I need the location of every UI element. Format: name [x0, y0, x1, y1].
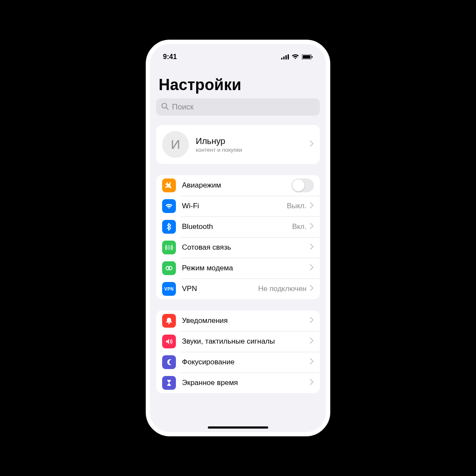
row-label: Авиарежим	[182, 181, 291, 190]
speaker-icon	[162, 335, 176, 348]
svg-point-7	[162, 103, 167, 108]
svg-rect-1	[283, 56, 285, 60]
row-label: Wi-Fi	[182, 202, 287, 210]
chevron-right-icon	[310, 264, 314, 272]
svg-rect-0	[281, 58, 282, 60]
bell-icon	[162, 314, 176, 328]
wifi-row[interactable]: Wi-Fi Выкл.	[156, 196, 320, 216]
airplane-toggle[interactable]	[291, 178, 314, 192]
svg-rect-6	[312, 56, 313, 58]
airplane-mode-row[interactable]: Авиарежим	[156, 175, 320, 196]
row-label: Звуки, тактильные сигналы	[182, 337, 310, 346]
hotspot-row[interactable]: Режим модема	[156, 258, 320, 279]
profile-name: Ильнур	[196, 136, 310, 146]
profile-group: И Ильнур контент и покупки	[156, 125, 320, 164]
hotspot-icon	[162, 261, 176, 275]
chevron-right-icon	[310, 358, 314, 366]
row-label: Режим модема	[182, 264, 310, 272]
row-value: Выкл.	[287, 202, 307, 210]
row-label: Bluetooth	[182, 222, 292, 231]
battery-icon	[302, 54, 313, 60]
search-input[interactable]	[172, 103, 315, 112]
svg-rect-5	[303, 55, 310, 59]
svg-rect-2	[285, 55, 287, 60]
profile-subtitle: контент и покупки	[196, 147, 310, 153]
chevron-right-icon	[310, 141, 314, 148]
bluetooth-row[interactable]: Bluetooth Вкл.	[156, 216, 320, 237]
row-label: Уведомления	[182, 316, 310, 325]
chevron-right-icon	[310, 202, 314, 210]
cellular-row[interactable]: Сотовая связь	[156, 237, 320, 258]
airplane-icon	[162, 178, 176, 192]
row-label: Экранное время	[182, 379, 310, 387]
profile-text: Ильнур контент и покупки	[196, 136, 310, 153]
search-field[interactable]	[156, 98, 320, 116]
cellular-icon	[162, 241, 176, 254]
chevron-right-icon	[310, 317, 314, 325]
search-icon	[161, 103, 169, 112]
chevron-right-icon	[310, 338, 314, 345]
row-label: Фокусирование	[182, 358, 310, 366]
sounds-row[interactable]: Звуки, тактильные сигналы	[156, 331, 320, 352]
settings-screen: Настройки И Ильнур контент и покупки	[150, 66, 326, 432]
chevron-right-icon	[310, 285, 314, 293]
svg-line-8	[166, 107, 169, 110]
status-bar: 9:41	[150, 44, 326, 66]
connectivity-group: Авиарежим Wi-Fi Выкл. Bluetooth Вкл.	[156, 175, 320, 299]
status-indicators	[281, 54, 313, 60]
profile-row[interactable]: И Ильнур контент и покупки	[156, 125, 320, 164]
page-title: Настройки	[156, 66, 320, 98]
wifi-icon	[162, 199, 176, 213]
avatar: И	[162, 131, 189, 158]
row-label: Сотовая связь	[182, 243, 310, 252]
notifications-row[interactable]: Уведомления	[156, 310, 320, 331]
system-group: Уведомления Звуки, тактильные сигналы Фо…	[156, 310, 320, 393]
row-value: Не подключен	[258, 285, 307, 293]
chevron-right-icon	[310, 379, 314, 387]
hourglass-icon	[162, 376, 176, 390]
chevron-right-icon	[310, 223, 314, 231]
cellular-signal-icon	[281, 54, 289, 60]
focus-row[interactable]: Фокусирование	[156, 352, 320, 373]
wifi-status-icon	[291, 54, 299, 60]
bluetooth-icon	[162, 220, 176, 234]
row-value: Вкл.	[292, 222, 307, 231]
vpn-row[interactable]: VPN VPN Не подключен	[156, 279, 320, 299]
svg-rect-3	[288, 54, 289, 60]
vpn-icon: VPN	[162, 282, 176, 296]
row-label: VPN	[182, 285, 258, 293]
screentime-row[interactable]: Экранное время	[156, 373, 320, 393]
status-time: 9:41	[163, 53, 177, 61]
home-indicator[interactable]	[208, 426, 268, 429]
moon-icon	[162, 355, 176, 369]
phone-frame: 9:41 Настройки И Ильнур	[146, 40, 330, 436]
chevron-right-icon	[310, 244, 314, 251]
svg-point-11	[168, 323, 170, 324]
